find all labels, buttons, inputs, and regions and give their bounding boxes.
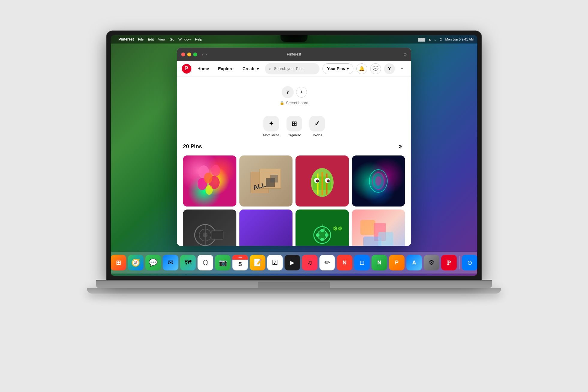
svg-point-34	[320, 238, 324, 241]
close-button[interactable]	[181, 53, 185, 56]
messages-button[interactable]: 💬	[370, 63, 381, 74]
board-actions: ✦ More ideas ⊞ Organize	[177, 116, 411, 137]
dock-system-preferences[interactable]: ⚙	[424, 255, 440, 270]
pins-header: 20 Pins ⚙	[183, 142, 405, 151]
menubar-left: Pinterest File Edit View Go Window Help	[114, 37, 202, 41]
pin-card[interactable]: ALL	[239, 155, 293, 207]
more-ideas-icon-btn[interactable]: ✦	[263, 116, 279, 131]
dock-news[interactable]: N	[337, 255, 352, 270]
svg-text:⚙⚙: ⚙⚙	[333, 226, 342, 232]
organize-icon-btn[interactable]: ⊞	[286, 116, 302, 131]
profile-button[interactable]: Y	[384, 63, 395, 74]
dock-screen-time[interactable]: ⊙	[462, 255, 478, 270]
dock-messages[interactable]: 💬	[146, 255, 161, 270]
pinterest-navbar: P Home Explore Create ▾ ⌕ Search your Pi…	[177, 61, 411, 77]
dock-configurator[interactable]: ⊡	[354, 255, 370, 270]
your-pins-button[interactable]: Your Pins ▾	[322, 63, 353, 74]
back-button[interactable]: ‹	[202, 52, 203, 57]
wifi-icon[interactable]: ▲	[428, 38, 431, 41]
svg-point-36	[325, 233, 328, 237]
menubar-view[interactable]: View	[158, 38, 166, 41]
nav-explore[interactable]: Explore	[215, 65, 236, 73]
dock-maps[interactable]: 🗺	[180, 255, 196, 270]
dock-appletv[interactable]: ▶	[285, 255, 300, 270]
share-button[interactable]: ⊙	[404, 52, 407, 57]
dock-safari[interactable]: 🧭	[128, 255, 144, 270]
menubar-items: File Edit View Go Window Help	[138, 38, 202, 41]
nav-home[interactable]: Home	[194, 65, 212, 73]
pinterest-logo[interactable]: P	[182, 64, 191, 74]
screen-bezel: Pinterest File Edit View Go Window Help …	[111, 35, 477, 276]
organize-action[interactable]: ⊞ Organize	[286, 116, 302, 137]
minimize-button[interactable]	[187, 53, 191, 56]
browser-nav: ‹ ›	[202, 52, 207, 57]
svg-point-21	[327, 180, 328, 181]
menubar-help[interactable]: Help	[195, 38, 202, 41]
dock-numbers[interactable]: N	[372, 255, 387, 270]
menubar-edit[interactable]: Edit	[148, 38, 154, 41]
search-menubar-icon[interactable]: ⌕	[434, 38, 436, 41]
forward-button[interactable]: ›	[206, 52, 207, 57]
dock-pages[interactable]: P	[389, 255, 405, 270]
nav-create[interactable]: Create ▾	[239, 65, 262, 73]
todos-icon-btn[interactable]: ✓	[309, 116, 325, 131]
browser-titlebar: ‹ › Pinterest ⊙	[177, 48, 411, 61]
dock-appstore[interactable]: A	[406, 255, 422, 270]
pin-card[interactable]	[352, 155, 405, 207]
more-ideas-action[interactable]: ✦ More ideas	[263, 116, 279, 137]
pin-card[interactable]	[183, 210, 236, 246]
pin-card[interactable]: +	[239, 210, 293, 246]
battery-icon: ▓▓▓	[418, 38, 425, 41]
pin-image: ALL	[239, 155, 293, 207]
account-chevron-icon[interactable]: ▾	[398, 65, 406, 73]
pin-card[interactable]: ?	[352, 210, 405, 246]
dock-music[interactable]: ♫	[302, 255, 318, 270]
board-name-label: 🔒 Secret board	[280, 101, 308, 105]
dock-photos[interactable]: ⬡	[198, 255, 213, 270]
svg-point-20	[316, 180, 318, 181]
board-avatars: Y +	[281, 86, 307, 99]
dock-launchpad[interactable]: ⊞	[111, 255, 126, 270]
dock-pinterest[interactable]: P	[441, 255, 457, 270]
menubar-go[interactable]: Go	[170, 38, 174, 41]
menubar-right: ▓▓▓ ▲ ⌕ ⊙ Mon Jun 5 9:41 AM	[418, 38, 474, 41]
control-center-icon[interactable]: ⊙	[440, 38, 442, 41]
sparkle-icon: ✦	[268, 120, 274, 128]
dock-calendar[interactable]: JUN 5	[232, 255, 248, 270]
checkmark-icon: ✓	[314, 120, 320, 128]
dock-facetime[interactable]: 📷	[215, 255, 231, 270]
pins-count: 20 Pins	[183, 143, 202, 150]
svg-rect-30	[211, 231, 223, 240]
menubar-file[interactable]: File	[138, 38, 144, 41]
menubar-window[interactable]: Window	[178, 38, 191, 41]
your-pins-chevron-icon: ▾	[347, 66, 349, 71]
macbook: Pinterest File Edit View Go Window Help …	[84, 31, 504, 361]
dock-reminders[interactable]: ☑	[267, 255, 283, 270]
todos-action[interactable]: ✓ To-dos	[309, 116, 325, 137]
your-pins-label: Your Pins	[327, 66, 345, 71]
trackpad	[258, 282, 330, 288]
dock-mail[interactable]: ✉	[163, 255, 178, 270]
pin-image	[239, 210, 293, 246]
macos-desktop: Pinterest File Edit View Go Window Help …	[111, 35, 477, 276]
search-bar[interactable]: ⌕ Search your Pins	[265, 63, 320, 74]
window-controls	[181, 53, 197, 56]
pin-card[interactable]	[296, 155, 349, 207]
board-header: Y + 🔒 Secret board	[177, 77, 411, 111]
search-placeholder: Search your Pins	[274, 66, 304, 71]
svg-point-24	[375, 176, 381, 186]
todos-label: To-dos	[312, 133, 322, 137]
browser-window: ‹ › Pinterest ⊙ P Home	[177, 48, 411, 246]
pin-card[interactable]: ⚙⚙	[296, 210, 349, 246]
maximize-button[interactable]	[193, 53, 197, 56]
dock-freeform[interactable]: ✏	[320, 255, 335, 270]
pin-card[interactable]	[183, 155, 236, 207]
dock-notes[interactable]: 📝	[250, 255, 266, 270]
svg-rect-41	[378, 232, 393, 246]
pin-image	[183, 210, 236, 246]
pins-grid: ALL	[183, 155, 405, 246]
notifications-button[interactable]: 🔔	[356, 63, 367, 74]
menubar-app-name[interactable]: Pinterest	[118, 37, 134, 41]
filter-button[interactable]: ⚙	[395, 142, 405, 151]
board-add-collaborator-button[interactable]: +	[296, 87, 307, 98]
